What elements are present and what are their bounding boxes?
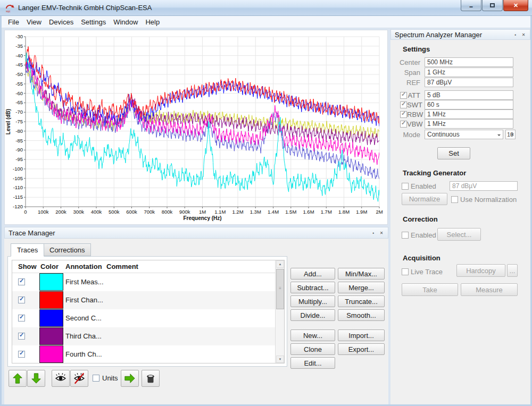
y-axis-label: Level (dB) xyxy=(5,109,11,134)
tab-traces[interactable]: Traces xyxy=(11,243,44,257)
trace-show-checkbox[interactable] xyxy=(18,315,25,322)
rbw-checkbox[interactable] xyxy=(400,111,407,118)
op-edit-button[interactable]: Edit... xyxy=(290,357,335,369)
span-row: Span xyxy=(390,67,513,77)
hardcopy-button[interactable]: Hardcopy xyxy=(456,264,505,277)
move-down-button[interactable] xyxy=(27,370,45,387)
acquisition-heading: Acquisition xyxy=(403,254,440,262)
correction-select-button[interactable]: Select... xyxy=(437,228,481,241)
svg-text:-65: -65 xyxy=(15,99,23,105)
menu-settings[interactable]: Settings xyxy=(77,16,110,28)
normalize-button[interactable]: Normalize xyxy=(402,193,447,205)
trace-row[interactable]: First Chan... xyxy=(12,291,276,309)
tab-corrections[interactable]: Corrections xyxy=(43,243,91,256)
svg-text:1.5M: 1.5M xyxy=(285,209,296,215)
op-add-button[interactable]: Add... xyxy=(290,268,335,280)
scroll-down-arrow[interactable]: ▼ xyxy=(276,356,284,363)
op-min-max-button[interactable]: Min/Max... xyxy=(338,268,385,280)
window-controls xyxy=(460,0,528,11)
op-subtract-button[interactable]: Subtract... xyxy=(290,282,335,293)
trace-color-swatch[interactable] xyxy=(39,345,63,363)
trace-color-swatch[interactable] xyxy=(39,309,63,327)
op-divide-button[interactable]: Divide... xyxy=(290,309,335,321)
trace-color-swatch[interactable] xyxy=(39,291,63,309)
x-axis-label: Frequency (Hz) xyxy=(183,215,221,221)
scroll-up-arrow[interactable]: ▲ xyxy=(276,260,284,268)
use-normalization-checkbox[interactable] xyxy=(451,196,458,203)
trace-row[interactable]: Fourth Ch... xyxy=(12,345,276,363)
svg-text:700k: 700k xyxy=(144,209,155,215)
trace-show-checkbox[interactable] xyxy=(18,351,25,358)
rbw-field[interactable] xyxy=(425,109,513,119)
swt-checkbox[interactable] xyxy=(400,102,407,108)
op-export-button[interactable]: Export... xyxy=(338,343,385,355)
mode-count-spinner[interactable]: 10 xyxy=(505,130,516,139)
trace-row[interactable]: Second C... xyxy=(12,309,276,327)
settings-heading: Settings xyxy=(403,45,430,53)
span-field[interactable] xyxy=(425,67,513,77)
trace-color-swatch[interactable] xyxy=(39,273,63,291)
att-row: ATT xyxy=(390,90,513,100)
apply-button[interactable] xyxy=(121,370,139,387)
op-clone-button[interactable]: Clone xyxy=(290,343,335,355)
set-button[interactable]: Set xyxy=(437,147,470,159)
vbw-checkbox[interactable] xyxy=(400,121,407,128)
tg-enabled-row: Enabled xyxy=(390,182,436,190)
svg-text:1.4M: 1.4M xyxy=(268,209,279,215)
measure-button[interactable]: Measure xyxy=(461,283,518,296)
trace-row[interactable]: First Meas... xyxy=(12,273,276,291)
dock-pin-icon[interactable] xyxy=(513,32,518,38)
scroll-thumb[interactable]: ≡ xyxy=(276,269,284,309)
tg-enabled-checkbox[interactable] xyxy=(402,183,409,190)
trace-table-scrollbar[interactable]: ▲ ≡ ▼ xyxy=(275,260,284,363)
op-smooth-button[interactable]: Smooth... xyxy=(338,309,385,321)
delete-trace-button[interactable] xyxy=(142,370,160,387)
spectrum-analyzer-manager-header: Spectrum Analyzer Manager xyxy=(390,29,530,40)
dock-close-icon[interactable] xyxy=(379,230,384,236)
hide-all-eye-icon xyxy=(72,372,86,385)
trace-show-checkbox[interactable] xyxy=(18,278,25,285)
live-trace-checkbox[interactable] xyxy=(402,268,409,275)
hide-all-button[interactable] xyxy=(70,370,88,387)
op-merge-button[interactable]: Merge... xyxy=(338,282,385,293)
svg-text:200k: 200k xyxy=(55,209,66,215)
mode-combo[interactable]: Continuous xyxy=(425,130,503,139)
vbw-field[interactable] xyxy=(425,119,513,129)
menu-help[interactable]: Help xyxy=(142,16,163,28)
trace-row[interactable]: Third Cha... xyxy=(12,327,276,345)
menu-devices[interactable]: Devices xyxy=(45,16,77,28)
spectrum-analyzer-manager-body: Settings Center Span REF ATT SWT RBW xyxy=(390,40,530,404)
menu-window[interactable]: Window xyxy=(110,16,142,28)
att-field[interactable] xyxy=(425,90,513,100)
op-truncate-button[interactable]: Truncate... xyxy=(338,295,385,307)
col-annotation: Annotation xyxy=(65,263,102,270)
trace-show-checkbox[interactable] xyxy=(18,297,25,303)
menu-file[interactable]: File xyxy=(4,16,23,28)
swt-field[interactable] xyxy=(425,100,513,109)
dock-close-icon[interactable] xyxy=(521,32,526,38)
menu-view[interactable]: View xyxy=(23,16,45,28)
maximize-button[interactable] xyxy=(482,0,503,11)
minimize-button[interactable] xyxy=(461,0,481,11)
show-all-button[interactable] xyxy=(52,370,70,387)
svg-text:xqc: xqc xyxy=(6,10,11,13)
dock-pin-icon[interactable] xyxy=(371,230,376,236)
op-new-button[interactable]: New... xyxy=(290,329,335,341)
move-up-button[interactable] xyxy=(9,370,27,387)
center-field[interactable] xyxy=(425,57,513,67)
trace-color-swatch[interactable] xyxy=(39,327,63,345)
tg-level-field[interactable] xyxy=(450,181,518,191)
ref-field[interactable] xyxy=(425,78,513,87)
units-checkbox[interactable] xyxy=(93,375,99,382)
op-multiply-button[interactable]: Multiply... xyxy=(290,295,335,307)
trace-show-checkbox[interactable] xyxy=(18,333,25,340)
op-import-button[interactable]: Import... xyxy=(338,329,385,341)
close-button[interactable] xyxy=(503,0,528,11)
mode-combo-value: Continuous xyxy=(427,131,460,138)
svg-text:-100: -100 xyxy=(13,166,23,172)
att-checkbox[interactable] xyxy=(400,92,407,99)
take-button[interactable]: Take xyxy=(402,283,458,296)
correction-enabled-checkbox[interactable] xyxy=(402,232,409,239)
hardcopy-more-button[interactable]: ... xyxy=(507,264,518,277)
rbw-label: RBW xyxy=(407,111,425,119)
